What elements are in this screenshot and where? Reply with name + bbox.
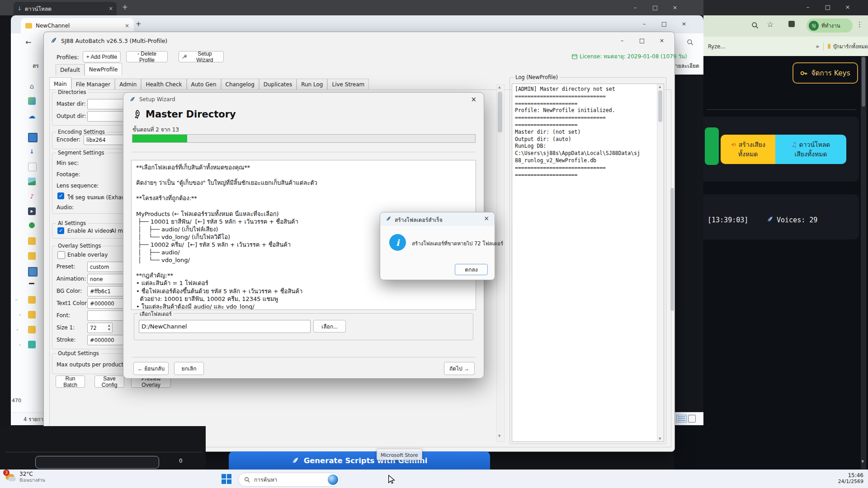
log-scrollbar[interactable]: ▲ ▼ [657, 84, 664, 441]
search-box[interactable]: การค้นหา [238, 473, 340, 487]
weather-widget[interactable]: 3 32°C มีเมฆบางส่วน [5, 471, 45, 483]
new-tab-icon[interactable]: + [122, 3, 128, 11]
home-icon[interactable]: ⌂ [28, 82, 36, 90]
close-icon[interactable]: × [484, 215, 489, 222]
browser-window-controls[interactable]: – □ × [804, 4, 852, 10]
close-icon[interactable]: × [471, 95, 476, 103]
scrollbar-thumb[interactable] [658, 90, 662, 122]
start-button[interactable] [222, 474, 231, 484]
tab-file-manager[interactable]: File Manager [71, 79, 115, 90]
tab-run-log[interactable]: Run Log [297, 79, 327, 90]
folder-icon[interactable] [28, 326, 36, 333]
gemini-banner[interactable]: Generate Scripts with Gemini [229, 451, 490, 469]
generate-all-voices-button[interactable]: สร้างเสียง ทั้งหมด [721, 135, 775, 164]
new-tab-icon[interactable]: + [136, 20, 142, 28]
msgbox-titlebar[interactable]: สร้างโฟลเดอร์สำเร็จ × [380, 212, 495, 226]
details-view-icon[interactable] [688, 415, 696, 422]
stepper-down-icon[interactable]: ▼ [108, 327, 110, 331]
close-icon[interactable]: × [844, 4, 852, 10]
close-tab-icon[interactable]: × [108, 5, 113, 12]
tab-changelog[interactable]: Changelog [221, 79, 259, 90]
folder-icon[interactable] [28, 341, 36, 348]
scrollbar-thumb[interactable] [862, 57, 865, 107]
setup-wizard-button[interactable]: Setup Wizard [179, 51, 224, 62]
tab-newprofile[interactable]: NewProfile [85, 63, 123, 75]
run-batch-button[interactable]: Run Batch [56, 375, 85, 388]
enable-overlay-checkbox[interactable] [57, 251, 65, 259]
close-icon[interactable]: × [680, 20, 688, 27]
exhaust-checkbox[interactable]: ✓ [57, 192, 64, 199]
close-icon[interactable]: × [658, 37, 666, 44]
minimize-icon[interactable]: – [618, 37, 626, 44]
browse-button[interactable]: เลือก... [313, 320, 346, 333]
manage-keys-button[interactable]: จัดการ Keys [793, 62, 858, 84]
search-highlight-image[interactable] [328, 474, 338, 485]
new-menu-clipped-label[interactable]: สร [33, 61, 39, 70]
scroll-down-icon[interactable]: ▼ [659, 437, 661, 441]
gallery-icon[interactable] [28, 97, 36, 105]
scroll-up-icon[interactable]: ▲ [659, 85, 661, 89]
downloads-tab[interactable]: ↓ ดาวน์โหลด × [14, 2, 117, 15]
log-textarea[interactable]: [ADMIN] Master directory not set =======… [512, 84, 664, 442]
next-button[interactable]: ถัดไป → [444, 362, 475, 375]
desktop-icon[interactable] [28, 133, 38, 142]
scrollbar-thumb[interactable] [498, 92, 502, 132]
downloads-window-controls[interactable]: – □ × [631, 4, 679, 11]
cancel-button[interactable]: ยกเลิก [174, 362, 204, 375]
folder-icon[interactable] [28, 311, 36, 319]
this-pc-icon[interactable] [28, 267, 38, 277]
form-scrollbar[interactable]: ▲ ▼ [496, 84, 505, 442]
explorer-window-controls[interactable]: – □ × [640, 20, 688, 27]
minimize-icon[interactable]: – [804, 4, 812, 10]
minimize-icon[interactable]: – [640, 20, 648, 27]
tab-admin[interactable]: Admin [115, 79, 141, 90]
add-profile-button[interactable]: + Add Profile [83, 51, 121, 62]
save-config-button[interactable]: Save Config [94, 375, 124, 388]
download-all-voices-button[interactable]: ♫ ดาวน์โหลด เสียงทั้งหมด [775, 135, 846, 164]
videos-icon[interactable]: ▶ [28, 207, 36, 215]
list-view-icon[interactable] [676, 415, 687, 422]
minimize-icon[interactable]: – [631, 4, 639, 11]
ok-button[interactable]: ตกลง [455, 264, 488, 275]
chevron-right-icon[interactable]: › [19, 312, 21, 318]
scroll-down-icon[interactable]: ▼ [861, 460, 864, 464]
menu-kebab-icon[interactable]: ⋮ [856, 20, 863, 28]
app-window-controls[interactable]: – □ × [618, 37, 666, 44]
input-fragment[interactable] [35, 456, 159, 469]
search-icon[interactable] [687, 39, 694, 46]
size1-stepper[interactable]: ▲▼ [108, 323, 110, 331]
extensions-icon[interactable] [788, 21, 795, 27]
chevron-right-icon[interactable]: › [19, 342, 21, 347]
chevron-down-icon[interactable]: › [14, 299, 19, 300]
bookmarks-overflow-icon[interactable]: » [816, 43, 819, 50]
green-button-fragment[interactable] [705, 127, 719, 165]
zoom-icon[interactable] [751, 22, 759, 29]
folder-path-input[interactable]: D:/NewChannel [139, 320, 311, 333]
bookmark-star-icon[interactable]: ☆ [767, 20, 774, 29]
maximize-icon[interactable]: □ [660, 20, 668, 27]
all-bookmarks-label[interactable]: บุ๊กมาร์กทั้งหมด [833, 42, 868, 51]
tab-health-check[interactable]: Health Check [141, 79, 186, 90]
page-scrollbar[interactable]: ▼ [861, 56, 866, 469]
tab-main[interactable]: Main [49, 77, 71, 90]
explorer-tab[interactable]: NewChannel × [21, 18, 134, 33]
wizard-titlebar[interactable]: Setup Wizard × [123, 93, 484, 107]
details-clipped-label[interactable]: ายละเอียด [675, 61, 699, 70]
scroll-up-icon[interactable]: ▲ [498, 85, 500, 89]
maximize-icon[interactable]: □ [651, 4, 659, 11]
stepper-up-icon[interactable]: ▲ [108, 323, 110, 327]
back-icon[interactable]: ← [25, 38, 31, 47]
maximize-icon[interactable]: □ [824, 4, 832, 10]
edge-scrollbar-thumb[interactable] [670, 188, 674, 311]
maximize-icon[interactable]: □ [638, 37, 646, 44]
folder-icon[interactable] [28, 296, 36, 304]
documents-icon[interactable] [28, 163, 37, 171]
tab-live-stream[interactable]: Live Stream [327, 79, 369, 90]
close-icon[interactable]: × [671, 4, 679, 11]
chevron-right-icon[interactable]: › [16, 327, 18, 333]
clock[interactable]: 15:46 24/1/2569 [831, 472, 863, 485]
app-titlebar[interactable]: SJ88 AutoBatch v26.5.3 (Multi-Profile) –… [44, 32, 675, 50]
enable-ai-checkbox[interactable]: ✓ [57, 227, 64, 234]
folder-icon[interactable] [28, 237, 36, 245]
bookmark-item[interactable]: Ryze... [708, 43, 725, 50]
